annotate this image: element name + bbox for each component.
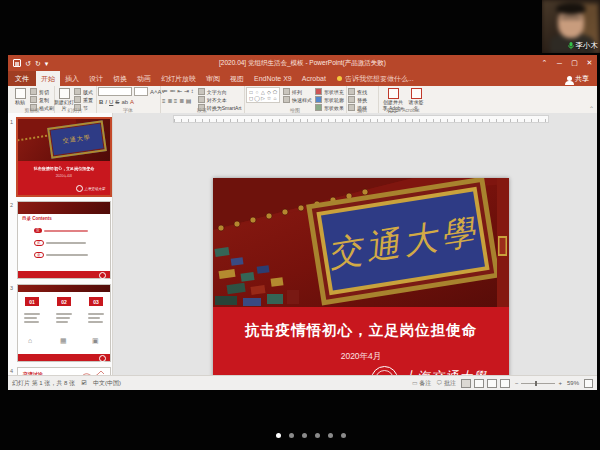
thumbnail-slide-2[interactable]: 2 目录 Contents 壹 贰 叁 [18,202,110,278]
participant-name: 李小木 [576,41,599,51]
tab-endnote[interactable]: EndNote X9 [249,71,297,86]
alignment-icons[interactable]: ≡ ≣ ≡ ≣ ▤ [162,97,194,105]
undo-icon[interactable]: ↺ [25,60,31,67]
slide-photo-jiaotong-gate: 交通大學 [213,178,509,307]
shape-outline-icon [315,96,322,103]
thumb3-box-03: 03 [89,297,103,306]
tab-acrobat[interactable]: Acrobat [297,71,331,86]
bullets-numbering-indent-icons[interactable]: ≔ ≕ ⇤ ⇥ ↕ [162,87,194,95]
font-color-icon[interactable]: A [130,98,134,106]
normal-view-icon[interactable] [461,379,471,388]
text-direction-button[interactable]: 文字方向 [198,88,242,95]
zoom-slider[interactable]: − + [515,380,562,386]
cut-icon [30,88,37,95]
italic-icon[interactable]: I [105,98,107,106]
lightbulb-icon [337,76,342,81]
tab-design[interactable]: 设计 [84,71,108,86]
zoom-out-icon[interactable]: − [515,380,519,386]
paste-button[interactable]: 粘贴 [10,88,30,106]
window-title: [2020.04] 党组织生活会_模板 - PowerPoint(产品激活失败) [8,59,597,68]
thumb3-footer [18,354,110,361]
arrange-icon [283,88,290,95]
align-text-icon [198,96,205,103]
thumbnail-number: 1 [10,119,13,125]
participant-nametag: 李小木 [568,41,599,51]
thumbnail-number: 3 [10,285,13,291]
slide-sorter-icon[interactable] [474,379,484,388]
thumb1-red-band: 抗击疫情悟初心，立足岗位担使命 2020年4月 上海交通大學 [18,161,110,195]
customize-qat-icon[interactable]: ▾ [45,60,49,67]
current-slide[interactable]: 交通大學 抗击疫情悟初心，立足岗位担使命 2020年4月 ⚓ 上海交通大學 [213,178,509,376]
font-size-box[interactable] [134,87,148,96]
horizontal-ruler[interactable] [173,115,549,123]
tab-insert[interactable]: 插入 [60,71,84,86]
find-button[interactable]: 查找 [348,88,367,95]
close-icon[interactable]: ✕ [582,55,597,71]
group-drawing: □○△◇⬠ ◻◯▷☆⌂ 排列 快速样式 形状填充 形状轮廓 形状效果 绘图 [244,86,347,113]
language-indicator[interactable]: 中文(中国) [93,379,121,388]
tab-transitions[interactable]: 切换 [108,71,132,86]
slide-counter: 幻灯片 第 1 张，共 8 张 [12,379,75,388]
redo-icon[interactable]: ↻ [35,60,41,67]
strikethrough-icon[interactable]: S [115,98,119,106]
tab-home[interactable]: 开始 [36,71,60,86]
thumbnail-slide-1[interactable]: 1 交通大學 抗击疫情悟初心，立足岗位担使命 2020年4月 上海交通大學 [18,119,110,195]
font-name-box[interactable] [98,87,132,96]
group-adobe-acrobat: 创建并共享 Adobe PDF 请求签名 Adobe Acrobat [378,86,428,113]
ribbon-options-icon[interactable]: ⌃ [537,55,552,71]
restore-icon[interactable]: ▢ [567,55,582,71]
carousel-dot[interactable] [315,433,320,438]
reset-button[interactable]: 重置 [74,96,93,103]
reading-view-icon[interactable] [487,379,497,388]
layout-button[interactable]: 版式 [74,88,93,95]
minimize-icon[interactable]: ─ [552,55,567,71]
thumb1-photo: 交通大學 [18,119,110,161]
thumbnail-slide-3[interactable]: 3 01 02 03 ⌂ ▦ ▣ [18,285,110,361]
group-paragraph: ≔ ≕ ⇤ ⇥ ↕ ≡ ≣ ≡ ≣ ▤ 文字方向 对齐文本 转换为SmartAr… [160,86,245,113]
quick-styles-button[interactable]: 快速样式 [283,96,312,103]
bold-icon[interactable]: B [99,98,103,106]
cut-button[interactable]: 剪切 [30,88,54,95]
quick-styles-icon [283,96,290,103]
replace-button[interactable]: 替换 [348,96,367,103]
zoom-in-icon[interactable]: + [558,380,562,386]
carousel-dot[interactable] [276,433,281,438]
carousel-dot[interactable] [341,433,346,438]
zoom-percentage[interactable]: 59% [567,380,579,386]
align-text-button[interactable]: 对齐文本 [198,96,242,103]
group-font: A˄A˅ B I U S ab A 字体 [96,86,161,113]
share-button[interactable]: 共享 [559,71,597,86]
shape-fill-button[interactable]: 形状填充 [315,88,344,95]
shapes-gallery[interactable]: □○△◇⬠ ◻◯▷☆⌂ [246,87,280,103]
carousel-dot[interactable] [289,433,294,438]
underline-icon[interactable]: U [109,98,113,106]
tell-me-box[interactable]: 告诉我您想要做什么... [331,71,420,86]
tab-animations[interactable]: 动画 [132,71,156,86]
save-icon[interactable] [13,59,21,67]
slide-title: 抗击疫情悟初心，立足岗位担使命 [213,321,509,340]
screen-share-stage: 李小木 ↺ ↻ ▾ [2020.04] 党组织生活会_模板 - PowerPoi… [0,0,600,450]
text-shadow-icon[interactable]: ab [121,98,128,106]
spellcheck-icon[interactable]: 🗹 [81,380,87,386]
slide-red-band: 抗击疫情悟初心，立足岗位担使命 2020年4月 ⚓ 上海交通大學 SHANGHA… [213,307,509,376]
tab-slideshow[interactable]: 幻灯片放映 [156,71,201,86]
adobe-pdf-icon [388,88,399,99]
fit-to-window-icon[interactable] [584,379,593,388]
slideshow-icon[interactable] [500,379,510,388]
tab-file[interactable]: 文件 [8,71,36,86]
powerpoint-window: ↺ ↻ ▾ [2020.04] 党组织生活会_模板 - PowerPoint(产… [8,55,597,390]
copy-button[interactable]: 复制 [30,96,54,103]
comments-toggle[interactable]: 🗩 批注 [436,379,456,388]
slide-editing-area[interactable]: 交通大學 抗击疫情悟初心，立足岗位担使命 2020年4月 ⚓ 上海交通大學 [113,113,597,376]
shape-outline-button[interactable]: 形状轮廓 [315,96,344,103]
tab-view[interactable]: 视图 [225,71,249,86]
carousel-dot[interactable] [328,433,333,438]
arrange-button[interactable]: 排列 [283,88,312,95]
tab-review[interactable]: 审阅 [201,71,225,86]
carousel-dot[interactable] [302,433,307,438]
webcam-tile[interactable]: 李小木 [542,0,600,53]
notes-toggle[interactable]: ▭ 备注 [412,379,431,388]
zoom-slider-thumb[interactable] [535,381,537,386]
slide-thumbnail-panel[interactable]: 1 交通大學 抗击疫情悟初心，立足岗位担使命 2020年4月 上海交通大學 2 … [8,113,113,376]
collapse-ribbon-icon[interactable]: ⌃ [589,105,594,112]
